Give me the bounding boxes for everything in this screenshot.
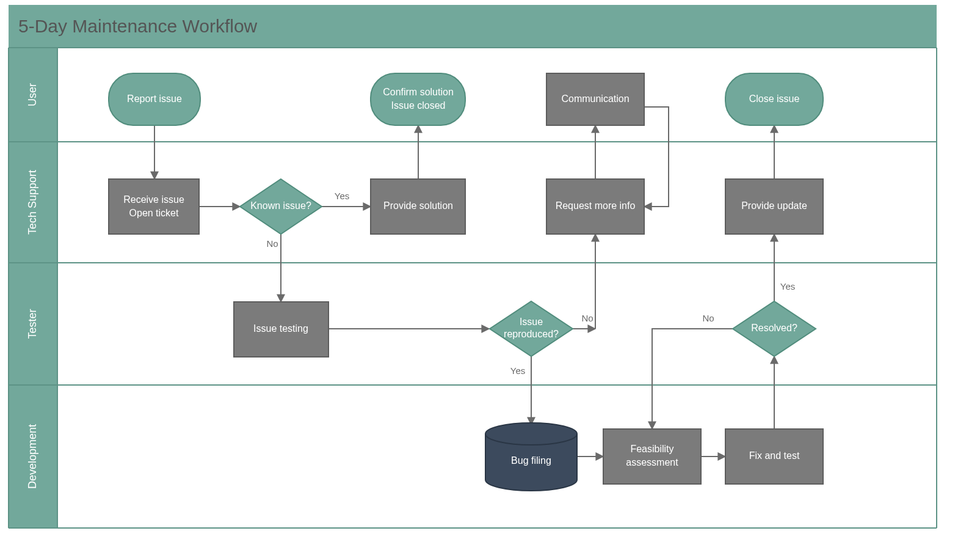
node-report-issue-label: Report issue (127, 94, 182, 104)
node-confirm-line1: Confirm solution (383, 87, 454, 97)
node-receive-issue (109, 179, 199, 234)
edge-comm-req (644, 107, 669, 207)
node-feas-line2: assessment (626, 457, 678, 468)
node-confirm-solution (371, 73, 465, 125)
node-provide-update-label: Provide update (741, 200, 807, 211)
node-bug-filing-label: Bug filing (511, 455, 551, 466)
lane-tester: Tester (26, 309, 38, 339)
node-reproduced-line1: Issue (520, 317, 543, 327)
node-fix-and-test-label: Fix and test (749, 450, 800, 461)
edge-resolved-no (652, 329, 733, 429)
node-reproduced-line2: reproduced? (504, 329, 559, 339)
node-receive-line1: Receive issue (123, 194, 184, 205)
node-communication-label: Communication (561, 94, 629, 104)
swimlane-diagram: 5-Day Maintenance Workflow User Tech Sup… (0, 0, 980, 539)
node-provide-solution-label: Provide solution (383, 200, 453, 211)
node-close-issue-label: Close issue (749, 94, 800, 104)
node-feas-line1: Feasibility (630, 444, 673, 454)
node-resolved-label: Resolved? (751, 323, 797, 333)
label-reproduced-no: No (581, 313, 593, 323)
label-known-no: No (266, 238, 278, 249)
node-receive-line2: Open ticket (129, 208, 179, 218)
node-issue-testing-label: Issue testing (253, 323, 308, 334)
label-known-yes: Yes (335, 191, 349, 201)
node-known-issue-label: Known issue? (250, 200, 311, 211)
label-resolved-no: No (702, 313, 714, 323)
lane-development: Development (26, 424, 38, 489)
node-confirm-line2: Issue closed (391, 100, 446, 111)
diagram-title: 5-Day Maintenance Workflow (18, 16, 258, 36)
node-feasibility (603, 429, 701, 484)
label-reproduced-yes: Yes (510, 365, 525, 376)
label-resolved-yes: Yes (780, 281, 795, 292)
svg-point-9 (485, 423, 577, 445)
lane-user: User (26, 83, 38, 106)
node-request-info-label: Request more info (556, 200, 636, 211)
lane-tech: Tech Support (26, 170, 38, 235)
